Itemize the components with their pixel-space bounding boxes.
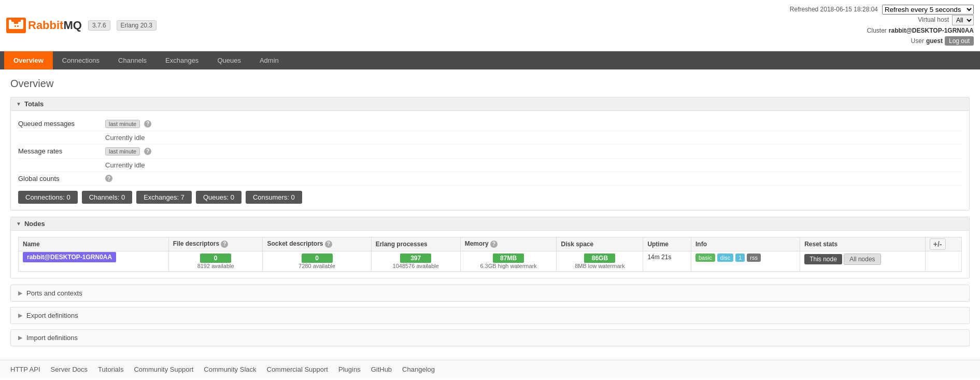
exchanges-count-button[interactable]: Exchanges: 7	[136, 191, 192, 204]
nav-item-channels[interactable]: Channels	[109, 51, 156, 69]
col-name: Name	[19, 237, 169, 251]
nav-item-overview[interactable]: Overview	[4, 51, 53, 69]
footer-plugins[interactable]: Plugins	[338, 365, 361, 373]
footer-github[interactable]: GitHub	[371, 365, 392, 373]
message-rates-idle-value: Currently idle	[105, 161, 145, 169]
memory-help-icon[interactable]: ?	[490, 241, 498, 248]
import-definitions-header[interactable]: ▶ Import definitions	[11, 330, 969, 346]
totals-arrow-icon: ▼	[16, 101, 21, 107]
all-nodes-button[interactable]: All nodes	[844, 254, 880, 265]
export-arrow-icon: ▶	[18, 312, 22, 319]
col-reset-stats: Reset stats	[800, 237, 926, 251]
message-rates-row: Message rates last minute ?	[18, 145, 962, 159]
message-rates-help-icon[interactable]: ?	[144, 148, 151, 155]
node-name-cell: rabbit@DESKTOP-1GRN0AA	[19, 251, 169, 271]
footer-commercial-support[interactable]: Commercial Support	[267, 365, 329, 373]
queues-count-button[interactable]: Queues: 0	[196, 191, 242, 204]
socket-desc-help-icon[interactable]: ?	[325, 241, 332, 248]
refreshed-timestamp: Refreshed 2018-06-15 18:28:04	[790, 4, 878, 15]
table-row: rabbit@DESKTOP-1GRN0AA 0 8192 available …	[19, 251, 962, 271]
this-node-button[interactable]: This node	[804, 254, 842, 264]
col-plus-minus: +/-	[925, 237, 961, 251]
svg-rect-7	[17, 25, 19, 27]
user-name: guest	[926, 36, 943, 46]
message-rates-badge: last minute	[105, 147, 140, 156]
file-desc-cell: 0 8192 available	[168, 251, 263, 271]
user-label: User	[911, 36, 924, 46]
memory-avail: 6.3GB high watermark	[465, 263, 552, 269]
ports-contexts-section: ▶ Ports and contexts	[10, 285, 970, 302]
totals-section-header[interactable]: ▼ Totals	[11, 97, 969, 111]
footer-community-slack[interactable]: Community Slack	[204, 365, 256, 373]
erlang-badge: Erlang 20.3	[117, 20, 157, 31]
connections-count-button[interactable]: Connections: 0	[18, 191, 78, 204]
plus-minus-button[interactable]: +/-	[930, 238, 946, 250]
disk-space-avail: 8MB low watermark	[561, 263, 638, 269]
svg-rect-4	[21, 20, 23, 24]
uptime-value: 14m 21s	[647, 254, 671, 261]
socket-desc-value: 0	[302, 254, 333, 263]
main-content: Overview ▼ Totals Queued messages last m…	[0, 69, 980, 360]
nav-item-admin[interactable]: Admin	[250, 51, 288, 69]
nodes-section: ▼ Nodes Name File descriptors ? Socket d…	[10, 217, 970, 278]
logo: Rabbit MQ	[6, 18, 82, 33]
file-desc-avail: 8192 available	[173, 263, 259, 269]
export-definitions-header[interactable]: ▶ Export definitions	[11, 307, 969, 323]
message-rates-label: Message rates	[18, 147, 101, 155]
nodes-table-header-row: Name File descriptors ? Socket descripto…	[19, 237, 962, 251]
virtual-host-select[interactable]: All	[952, 15, 974, 25]
nodes-section-header[interactable]: ▼ Nodes	[11, 217, 969, 231]
channels-count-button[interactable]: Channels: 0	[82, 191, 132, 204]
uptime-cell: 14m 21s	[643, 251, 691, 271]
counts-row: Connections: 0 Channels: 0 Exchanges: 7 …	[18, 191, 962, 204]
tag-rss: rss	[747, 254, 761, 262]
global-counts-label: Global counts	[18, 175, 101, 182]
extra-cell	[925, 251, 961, 271]
consumers-count-button[interactable]: Consumers: 0	[246, 191, 302, 204]
global-counts-help-icon[interactable]: ?	[105, 175, 112, 182]
logo-area: Rabbit MQ 3.7.6 Erlang 20.3	[6, 18, 157, 33]
header-right: Refreshed 2018-06-15 18:28:04 Refresh ev…	[790, 4, 974, 47]
footer-community-support[interactable]: Community Support	[134, 365, 193, 373]
message-rates-idle-row: Currently idle	[18, 159, 962, 172]
memory-cell: 87MB 6.3GB high watermark	[460, 251, 557, 271]
nav-item-queues[interactable]: Queues	[208, 51, 250, 69]
queued-messages-idle-value: Currently idle	[105, 134, 145, 142]
nav-item-exchanges[interactable]: Exchanges	[156, 51, 208, 69]
export-label: Export definitions	[26, 312, 78, 319]
nav-item-connections[interactable]: Connections	[53, 51, 109, 69]
ports-arrow-icon: ▶	[18, 290, 22, 297]
totals-section-content: Queued messages last minute ? Currently …	[11, 111, 969, 210]
col-memory: Memory ?	[460, 237, 557, 251]
nodes-arrow-icon: ▼	[16, 221, 21, 227]
footer-tutorials[interactable]: Tutorials	[98, 365, 123, 373]
queued-messages-help-icon[interactable]: ?	[144, 120, 151, 128]
tag-num: 1	[735, 254, 745, 262]
tag-basic: basic	[695, 254, 715, 262]
footer: HTTP API Server Docs Tutorials Community…	[0, 360, 980, 378]
node-name-badge: rabbit@DESKTOP-1GRN0AA	[23, 252, 116, 262]
disk-space-value: 86GB	[584, 254, 615, 263]
footer-http-api[interactable]: HTTP API	[10, 365, 40, 373]
nodes-table: Name File descriptors ? Socket descripto…	[18, 237, 962, 272]
socket-desc-avail: 7280 available	[267, 263, 366, 269]
export-definitions-section: ▶ Export definitions	[10, 307, 970, 324]
col-info: Info	[691, 237, 800, 251]
reset-stats-cell: This node All nodes	[800, 251, 926, 271]
cluster-name: rabbit@DESKTOP-1GRN0AA	[889, 25, 974, 36]
disk-space-cell: 86GB 8MB low watermark	[557, 251, 643, 271]
nodes-section-content: Name File descriptors ? Socket descripto…	[11, 231, 969, 278]
refresh-select[interactable]: Refresh every 5 seconds Refresh every 10…	[882, 5, 974, 15]
col-uptime: Uptime	[643, 237, 691, 251]
tag-disc: disc	[717, 254, 734, 262]
logout-button[interactable]: Log out	[945, 36, 974, 46]
import-label: Import definitions	[26, 334, 78, 342]
file-desc-help-icon[interactable]: ?	[221, 241, 228, 248]
col-file-desc: File descriptors ?	[168, 237, 263, 251]
queued-messages-label: Queued messages	[18, 120, 101, 128]
file-desc-value: 0	[200, 254, 231, 263]
info-cell: basic disc 1 rss	[691, 251, 800, 271]
footer-server-docs[interactable]: Server Docs	[51, 365, 88, 373]
ports-contexts-header[interactable]: ▶ Ports and contexts	[11, 285, 969, 301]
footer-changelog[interactable]: Changelog	[402, 365, 435, 373]
